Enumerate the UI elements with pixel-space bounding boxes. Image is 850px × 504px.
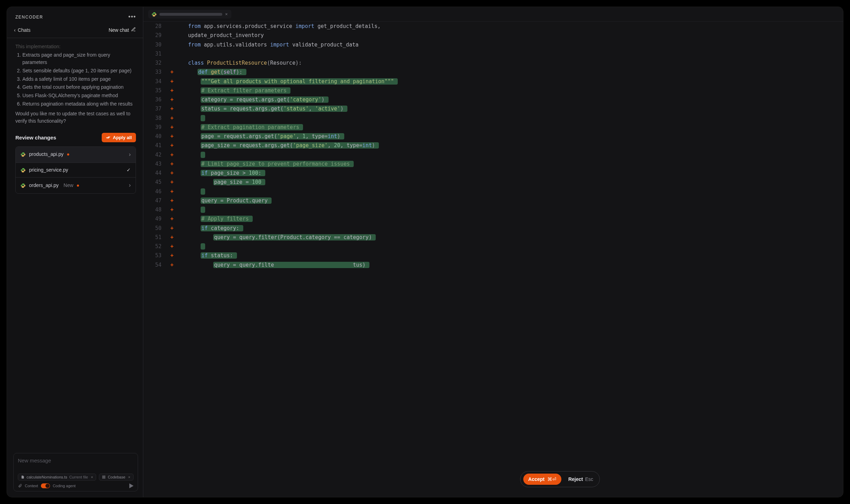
line-number: 49	[149, 214, 165, 223]
unsaved-dot-icon	[67, 153, 69, 156]
app-window: ZENCODER ••• ‹ Chats New chat This imple…	[7, 7, 843, 497]
chip-current-file[interactable]: calculateNominations.ts Current file ×	[18, 474, 96, 481]
code-line: 44+ if page_size > 100:	[143, 168, 843, 178]
chevron-right-icon: ›	[129, 181, 131, 190]
line-number: 36	[149, 95, 165, 104]
diff-plus-marker: +	[168, 260, 175, 269]
accept-shortcut: ⌘⏎	[547, 476, 556, 482]
svg-rect-2	[103, 477, 104, 478]
code-content: """Get all products with optional filter…	[175, 77, 843, 86]
line-number: 28	[149, 22, 165, 31]
code-content: query = query.filte tus)	[175, 260, 843, 269]
diff-plus-marker: +	[168, 205, 175, 214]
diff-plus-marker: +	[168, 150, 175, 159]
diff-plus-marker: +	[168, 159, 175, 168]
file-name: pricing_service.py	[29, 166, 68, 174]
new-chat-button[interactable]: New chat	[109, 27, 136, 33]
chip-file-note: Current file	[69, 475, 88, 479]
file-name: orders_api.py	[29, 182, 59, 189]
diff-plus-marker: +	[168, 104, 175, 113]
composer: calculateNominations.ts Current file × C…	[13, 453, 138, 491]
accept-button[interactable]: Accept ⌘⏎	[523, 474, 561, 485]
diff-plus-marker: +	[168, 168, 175, 178]
code-line: 47+ query = Product.query	[143, 196, 843, 205]
chip-file-name: calculateNominations.ts	[27, 475, 67, 479]
chevron-right-icon: ›	[129, 150, 131, 159]
send-icon[interactable]	[129, 483, 134, 488]
code-content: if category:	[175, 224, 843, 233]
editor-pane: × 28 from app.services.product_service i…	[143, 7, 843, 497]
line-number: 45	[149, 178, 165, 187]
code-line: 33+ def get(self):	[143, 67, 843, 77]
close-icon[interactable]: ×	[225, 12, 228, 17]
code-line: 42+	[143, 150, 843, 159]
more-menu-icon[interactable]: •••	[128, 13, 136, 21]
diff-action-bubble: Accept ⌘⏎ Reject Esc	[520, 471, 600, 487]
chevron-left-icon: ‹	[14, 27, 16, 33]
line-number: 39	[149, 123, 165, 132]
code-view[interactable]: 28 from app.services.product_service imp…	[143, 22, 843, 497]
line-number: 53	[149, 251, 165, 260]
context-label: Context	[25, 484, 38, 488]
changed-file-item[interactable]: pricing_service.py✓	[16, 163, 136, 178]
code-line: 43+ # Limit page_size to prevent perform…	[143, 159, 843, 168]
line-number: 52	[149, 242, 165, 251]
line-number: 54	[149, 260, 165, 269]
sidebar: ZENCODER ••• ‹ Chats New chat This imple…	[7, 7, 143, 497]
diff-plus-marker: +	[168, 224, 175, 233]
code-line: 28 from app.services.product_service imp…	[143, 22, 843, 31]
implementation-list: Extracts page and page_size from query p…	[15, 51, 136, 108]
implementation-point: Adds a safety limit of 100 items per pag…	[22, 75, 136, 83]
changed-file-item[interactable]: orders_api.pyNew›	[16, 177, 136, 193]
changed-files-list: products_api.py›pricing_service.py✓order…	[15, 146, 136, 194]
svg-rect-1	[104, 476, 105, 477]
code-line: 40+ page = request.args.get('page', 1, t…	[143, 132, 843, 141]
diff-plus-marker: +	[168, 114, 175, 123]
paperclip-icon[interactable]	[18, 484, 22, 488]
code-line: 39+ # Extract pagination parameters	[143, 123, 843, 132]
code-content: status = request.args.get('status', 'act…	[175, 104, 843, 113]
code-line: 37+ status = request.args.get('status', …	[143, 104, 843, 113]
diff-plus-marker: +	[168, 178, 175, 187]
message-input[interactable]	[18, 458, 134, 463]
apply-all-label: Apply all	[113, 135, 132, 140]
code-content	[175, 150, 843, 159]
line-number: 31	[149, 49, 165, 58]
chip-remove-icon[interactable]: ×	[128, 475, 130, 479]
chip-codebase[interactable]: Codebase ×	[99, 474, 134, 481]
code-content: if status:	[175, 251, 843, 260]
apply-all-button[interactable]: Apply all	[102, 133, 136, 142]
coding-agent-toggle[interactable]	[41, 483, 50, 488]
code-line: 45+ page_size = 100	[143, 178, 843, 187]
editor-tab[interactable]: ×	[148, 10, 231, 19]
code-line: 29 update_product_inventory	[143, 31, 843, 40]
code-content	[175, 205, 843, 214]
code-line: 34+ """Get all products with optional fi…	[143, 77, 843, 86]
changed-file-item[interactable]: products_api.py›	[16, 147, 136, 163]
code-line: 38+	[143, 114, 843, 123]
diff-plus-marker: +	[168, 196, 175, 205]
new-chat-label: New chat	[109, 27, 129, 33]
code-content: page_size = request.args.get('page_size'…	[175, 141, 843, 150]
line-number: 47	[149, 196, 165, 205]
code-line: 50+ if category:	[143, 224, 843, 233]
code-line: 54+ query = query.filte tus)	[143, 260, 843, 269]
reject-button[interactable]: Reject Esc	[565, 474, 597, 484]
diff-plus-marker: +	[168, 67, 175, 77]
code-content: def get(self):	[175, 67, 843, 77]
diff-plus-marker: +	[168, 132, 175, 141]
diff-plus-marker: +	[168, 242, 175, 251]
line-number: 30	[149, 40, 165, 49]
code-line: 53+ if status:	[143, 251, 843, 260]
code-content: query = Product.query	[175, 196, 843, 205]
diff-plus-marker: +	[168, 77, 175, 86]
line-number: 35	[149, 86, 165, 95]
implementation-point: Extracts page and page_size from query p…	[22, 51, 136, 66]
reject-shortcut: Esc	[585, 476, 593, 482]
composer-footer: Context Coding agent	[18, 483, 134, 488]
back-to-chats[interactable]: ‹ Chats	[14, 27, 30, 33]
line-number: 43	[149, 159, 165, 168]
sidebar-header: ZENCODER •••	[7, 7, 143, 24]
chip-remove-icon[interactable]: ×	[91, 475, 93, 479]
code-content	[175, 187, 843, 196]
